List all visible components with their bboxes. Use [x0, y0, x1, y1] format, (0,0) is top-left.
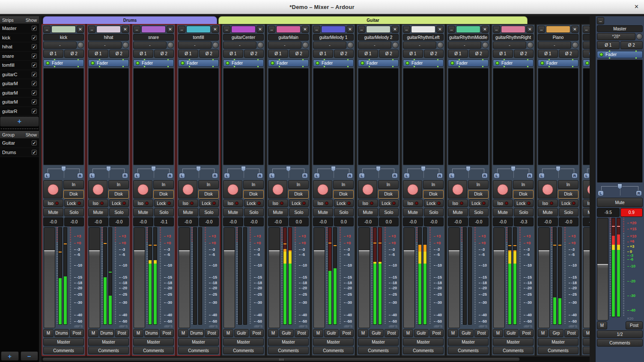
show-checkbox[interactable]: ✓: [32, 44, 37, 49]
show-checkbox[interactable]: ✓: [32, 150, 37, 155]
output-button[interactable]: Master: [403, 338, 444, 346]
hide-strip-button[interactable]: ✕: [481, 26, 489, 33]
record-arm-button[interactable]: [358, 180, 377, 199]
meter-point-button[interactable]: Post: [340, 329, 354, 337]
horizontal-scrollbar[interactable]: [42, 356, 590, 362]
track-name-button[interactable]: strings: [583, 34, 590, 41]
pan-right-badge[interactable]: R: [212, 173, 218, 178]
group-list-item[interactable]: Drums✓: [0, 148, 39, 157]
fader-processor[interactable]: Fader: [358, 59, 399, 67]
phase1-button[interactable]: Ø 1: [493, 50, 513, 58]
pan-handle[interactable]: [617, 184, 622, 189]
solo-lock-button[interactable]: Lock: [334, 199, 354, 207]
phase1-button[interactable]: Ø 1: [178, 50, 198, 58]
pan-left-badge[interactable]: L: [359, 173, 365, 178]
hide-strip-button[interactable]: ✕: [212, 26, 219, 33]
group-button[interactable]: Drums: [189, 329, 204, 337]
gain-fader[interactable]: [448, 227, 460, 328]
pan-widget[interactable]: L R: [448, 166, 489, 179]
trim-knob[interactable]: [212, 42, 219, 48]
record-arm-button[interactable]: [538, 180, 557, 199]
processor-box[interactable]: [538, 68, 578, 165]
solo-lock-button[interactable]: Lock: [424, 199, 444, 207]
pan-right-badge[interactable]: R: [437, 173, 443, 178]
phase1-button[interactable]: Ø 1: [43, 50, 63, 58]
peak-display[interactable]: 0.0: [289, 217, 309, 226]
monitor-disk-button[interactable]: Disk: [423, 190, 444, 199]
track-color-bar[interactable]: [231, 26, 256, 33]
meter-point-button[interactable]: Post: [160, 329, 174, 337]
show-checkbox[interactable]: ✓: [32, 35, 37, 40]
pan-left-badge[interactable]: L: [539, 173, 545, 178]
track-name-button[interactable]: tomfill: [178, 34, 219, 41]
group-tab-guitar[interactable]: Guitar: [218, 16, 528, 24]
output-button[interactable]: Master: [223, 338, 264, 346]
gain-fader[interactable]: [493, 227, 505, 328]
narrow-strip-button[interactable]: ↔: [43, 26, 51, 33]
processor-box[interactable]: [493, 68, 534, 165]
pan-right-badge[interactable]: R: [527, 173, 533, 178]
pan-handle[interactable]: [556, 166, 561, 172]
monitor-input-button[interactable]: In: [288, 180, 309, 189]
processor-active-led[interactable]: [181, 61, 185, 65]
solo-isolate-button[interactable]: Iso: [133, 199, 153, 207]
record-arm-button[interactable]: [493, 180, 512, 199]
group-list-item[interactable]: Guitar✓: [0, 139, 39, 148]
trim-display-button[interactable]: -: [583, 42, 590, 49]
meter-point-button[interactable]: Post: [429, 329, 444, 337]
solo-lock-button[interactable]: Lock: [154, 199, 174, 207]
hide-strip-button[interactable]: ✕: [122, 26, 129, 33]
phase1-button[interactable]: Ø 1: [268, 50, 288, 58]
gain-display[interactable]: -0.0: [88, 217, 108, 226]
phase2-button[interactable]: Ø 2: [289, 50, 309, 58]
phase2-button[interactable]: Ø 2: [469, 50, 489, 58]
mono-button[interactable]: M: [538, 329, 548, 337]
group-button[interactable]: Drums: [99, 329, 114, 337]
phase2-button[interactable]: Ø 2: [514, 50, 534, 58]
solo-isolate-button[interactable]: Iso: [358, 199, 378, 207]
remove-group-button[interactable]: −: [21, 351, 39, 361]
trim-knob[interactable]: [257, 42, 264, 48]
trim-display-button[interactable]: -: [223, 42, 256, 49]
narrow-strip-button[interactable]: ↔: [583, 26, 590, 33]
track-color-bar[interactable]: [186, 26, 211, 33]
master-mute-button[interactable]: Mute: [597, 198, 643, 207]
output-button[interactable]: Master: [358, 338, 399, 346]
trim-knob[interactable]: [527, 42, 534, 48]
pan-left-badge[interactable]: L: [449, 173, 455, 178]
strip-list-item[interactable]: guitarM✓: [0, 89, 39, 98]
fader-processor[interactable]: Fader: [493, 59, 534, 67]
monitor-disk-button[interactable]: Disk: [468, 190, 489, 199]
gain-fader[interactable]: [44, 227, 55, 328]
gain-fader[interactable]: [597, 218, 608, 320]
group-button[interactable]: Grp: [549, 329, 564, 337]
output-button[interactable]: Master: [268, 338, 309, 346]
hide-strip-button[interactable]: ✕: [526, 26, 534, 33]
meter-point-button[interactable]: Post: [115, 329, 129, 337]
solo-lock-button[interactable]: Lock: [469, 199, 489, 207]
group-button[interactable]: Drums: [144, 329, 159, 337]
processor-box[interactable]: [133, 68, 174, 165]
monitor-disk-button[interactable]: Disk: [558, 190, 578, 199]
pan-handle[interactable]: [511, 166, 516, 172]
processor-box[interactable]: [268, 68, 309, 165]
processor-active-led[interactable]: [316, 61, 319, 65]
narrow-strip-button[interactable]: ↔: [403, 26, 410, 33]
narrow-strip-button[interactable]: ↔: [313, 26, 320, 33]
pan-handle[interactable]: [421, 166, 426, 172]
pan-left-badge[interactable]: L: [314, 173, 320, 178]
monitor-input-button[interactable]: In: [198, 180, 219, 189]
fader-processor[interactable]: Fader: [133, 59, 174, 67]
track-color-bar[interactable]: [141, 26, 166, 33]
monitor-input-button[interactable]: In: [558, 180, 578, 189]
narrow-strip-button[interactable]: ↔: [538, 26, 545, 33]
pan-widget[interactable]: L R: [358, 166, 399, 179]
narrow-strip-button[interactable]: ↔: [448, 26, 455, 33]
record-arm-button[interactable]: [88, 180, 107, 199]
processor-active-led[interactable]: [450, 61, 454, 65]
gain-display[interactable]: -0.0: [493, 217, 513, 226]
mono-button[interactable]: M: [448, 329, 458, 337]
meter-point-button[interactable]: Post: [564, 329, 578, 337]
monitor-input-button[interactable]: In: [153, 180, 174, 189]
pan-widget[interactable]: L R: [43, 166, 84, 179]
